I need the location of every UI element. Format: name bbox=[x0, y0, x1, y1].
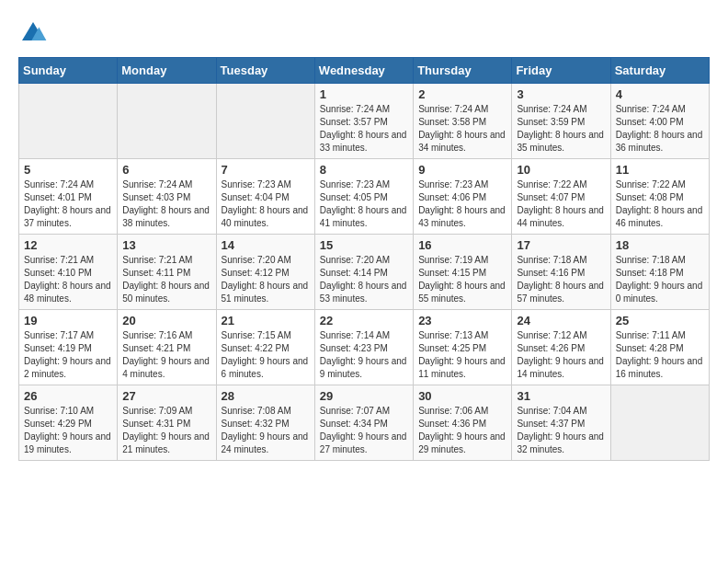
day-number: 23 bbox=[418, 314, 506, 327]
day-number: 15 bbox=[320, 238, 408, 252]
calendar-cell: 14Sunrise: 7:20 AM Sunset: 4:12 PM Dayli… bbox=[216, 235, 314, 310]
weekday-tuesday: Tuesday bbox=[216, 58, 314, 84]
day-info: Sunrise: 7:15 AM Sunset: 4:22 PM Dayligh… bbox=[222, 329, 310, 381]
calendar-cell: 11Sunrise: 7:22 AM Sunset: 4:08 PM Dayli… bbox=[610, 159, 709, 235]
calendar-cell: 15Sunrise: 7:20 AM Sunset: 4:14 PM Dayli… bbox=[314, 235, 413, 310]
calendar-cell: 26Sunrise: 7:10 AM Sunset: 4:29 PM Dayli… bbox=[19, 385, 118, 461]
day-info: Sunrise: 7:17 AM Sunset: 4:19 PM Dayligh… bbox=[24, 329, 112, 381]
day-number: 26 bbox=[24, 389, 112, 403]
calendar-cell: 7Sunrise: 7:23 AM Sunset: 4:04 PM Daylig… bbox=[216, 159, 314, 235]
day-number: 22 bbox=[320, 314, 408, 327]
day-info: Sunrise: 7:24 AM Sunset: 4:01 PM Dayligh… bbox=[24, 178, 112, 230]
day-info: Sunrise: 7:12 AM Sunset: 4:26 PM Dayligh… bbox=[517, 329, 605, 381]
day-info: Sunrise: 7:08 AM Sunset: 4:32 PM Dayligh… bbox=[222, 405, 310, 456]
calendar-cell: 10Sunrise: 7:22 AM Sunset: 4:07 PM Dayli… bbox=[512, 159, 610, 235]
calendar-cell: 28Sunrise: 7:08 AM Sunset: 4:32 PM Dayli… bbox=[216, 385, 314, 461]
day-info: Sunrise: 7:11 AM Sunset: 4:28 PM Dayligh… bbox=[616, 329, 704, 381]
weekday-sunday: Sunday bbox=[19, 58, 118, 84]
day-info: Sunrise: 7:22 AM Sunset: 4:08 PM Dayligh… bbox=[616, 178, 704, 230]
day-number: 6 bbox=[122, 163, 210, 177]
day-info: Sunrise: 7:14 AM Sunset: 4:23 PM Dayligh… bbox=[320, 329, 408, 381]
day-number: 24 bbox=[517, 314, 605, 327]
calendar-cell: 23Sunrise: 7:13 AM Sunset: 4:25 PM Dayli… bbox=[414, 310, 512, 385]
calendar-cell: 1Sunrise: 7:24 AM Sunset: 3:57 PM Daylig… bbox=[314, 84, 413, 159]
day-number: 27 bbox=[122, 389, 210, 403]
calendar-cell: 5Sunrise: 7:24 AM Sunset: 4:01 PM Daylig… bbox=[19, 159, 118, 235]
day-info: Sunrise: 7:20 AM Sunset: 4:14 PM Dayligh… bbox=[320, 254, 408, 305]
day-info: Sunrise: 7:04 AM Sunset: 4:37 PM Dayligh… bbox=[517, 405, 605, 456]
day-info: Sunrise: 7:23 AM Sunset: 4:06 PM Dayligh… bbox=[418, 178, 506, 230]
calendar-cell: 8Sunrise: 7:23 AM Sunset: 4:05 PM Daylig… bbox=[314, 159, 413, 235]
day-info: Sunrise: 7:06 AM Sunset: 4:36 PM Dayligh… bbox=[418, 405, 506, 456]
calendar-cell bbox=[118, 84, 216, 159]
calendar-cell: 2Sunrise: 7:24 AM Sunset: 3:58 PM Daylig… bbox=[414, 84, 512, 159]
day-info: Sunrise: 7:21 AM Sunset: 4:10 PM Dayligh… bbox=[24, 254, 112, 305]
calendar-header: SundayMondayTuesdayWednesdayThursdayFrid… bbox=[19, 58, 710, 84]
calendar-cell: 12Sunrise: 7:21 AM Sunset: 4:10 PM Dayli… bbox=[19, 235, 118, 310]
day-number: 19 bbox=[24, 314, 112, 327]
calendar-cell bbox=[19, 84, 118, 159]
day-number: 29 bbox=[320, 389, 408, 403]
day-info: Sunrise: 7:13 AM Sunset: 4:25 PM Dayligh… bbox=[418, 329, 506, 381]
calendar-cell: 18Sunrise: 7:18 AM Sunset: 4:18 PM Dayli… bbox=[610, 235, 709, 310]
day-number: 21 bbox=[222, 314, 310, 327]
day-number: 3 bbox=[517, 87, 605, 101]
weekday-wednesday: Wednesday bbox=[314, 58, 413, 84]
calendar-cell: 21Sunrise: 7:15 AM Sunset: 4:22 PM Dayli… bbox=[216, 310, 314, 385]
day-number: 25 bbox=[616, 314, 704, 327]
calendar-cell: 19Sunrise: 7:17 AM Sunset: 4:19 PM Dayli… bbox=[19, 310, 118, 385]
day-number: 1 bbox=[320, 87, 408, 101]
day-number: 17 bbox=[517, 238, 605, 252]
day-number: 11 bbox=[616, 163, 704, 177]
calendar-cell: 24Sunrise: 7:12 AM Sunset: 4:26 PM Dayli… bbox=[512, 310, 610, 385]
day-number: 5 bbox=[24, 163, 112, 177]
calendar-cell: 3Sunrise: 7:24 AM Sunset: 3:59 PM Daylig… bbox=[512, 84, 610, 159]
weekday-friday: Friday bbox=[512, 58, 610, 84]
day-info: Sunrise: 7:24 AM Sunset: 3:58 PM Dayligh… bbox=[418, 103, 506, 155]
day-number: 28 bbox=[222, 389, 310, 403]
calendar-cell: 20Sunrise: 7:16 AM Sunset: 4:21 PM Dayli… bbox=[118, 310, 216, 385]
day-number: 4 bbox=[616, 87, 704, 101]
calendar-cell: 9Sunrise: 7:23 AM Sunset: 4:06 PM Daylig… bbox=[414, 159, 512, 235]
day-info: Sunrise: 7:07 AM Sunset: 4:34 PM Dayligh… bbox=[320, 405, 408, 456]
logo bbox=[18, 18, 51, 48]
day-info: Sunrise: 7:24 AM Sunset: 3:57 PM Dayligh… bbox=[320, 103, 408, 155]
calendar-cell: 4Sunrise: 7:24 AM Sunset: 4:00 PM Daylig… bbox=[610, 84, 709, 159]
calendar-cell: 31Sunrise: 7:04 AM Sunset: 4:37 PM Dayli… bbox=[512, 385, 610, 461]
calendar-cell: 17Sunrise: 7:18 AM Sunset: 4:16 PM Dayli… bbox=[512, 235, 610, 310]
day-info: Sunrise: 7:21 AM Sunset: 4:11 PM Dayligh… bbox=[122, 254, 210, 305]
day-number: 20 bbox=[122, 314, 210, 327]
day-number: 13 bbox=[122, 238, 210, 252]
day-number: 7 bbox=[222, 163, 310, 177]
day-info: Sunrise: 7:23 AM Sunset: 4:04 PM Dayligh… bbox=[222, 178, 310, 230]
day-number: 2 bbox=[418, 87, 506, 101]
day-info: Sunrise: 7:24 AM Sunset: 4:00 PM Dayligh… bbox=[616, 103, 704, 155]
day-info: Sunrise: 7:23 AM Sunset: 4:05 PM Dayligh… bbox=[320, 178, 408, 230]
day-info: Sunrise: 7:24 AM Sunset: 4:03 PM Dayligh… bbox=[122, 178, 210, 230]
day-number: 14 bbox=[222, 238, 310, 252]
day-info: Sunrise: 7:24 AM Sunset: 3:59 PM Dayligh… bbox=[517, 103, 605, 155]
weekday-saturday: Saturday bbox=[610, 58, 709, 84]
calendar-cell: 16Sunrise: 7:19 AM Sunset: 4:15 PM Dayli… bbox=[414, 235, 512, 310]
day-number: 30 bbox=[418, 389, 506, 403]
weekday-thursday: Thursday bbox=[414, 58, 512, 84]
day-number: 10 bbox=[517, 163, 605, 177]
calendar-cell: 6Sunrise: 7:24 AM Sunset: 4:03 PM Daylig… bbox=[118, 159, 216, 235]
day-info: Sunrise: 7:09 AM Sunset: 4:31 PM Dayligh… bbox=[122, 405, 210, 456]
day-info: Sunrise: 7:19 AM Sunset: 4:15 PM Dayligh… bbox=[418, 254, 506, 305]
day-number: 9 bbox=[418, 163, 506, 177]
calendar-cell: 27Sunrise: 7:09 AM Sunset: 4:31 PM Dayli… bbox=[118, 385, 216, 461]
calendar-cell: 29Sunrise: 7:07 AM Sunset: 4:34 PM Dayli… bbox=[314, 385, 413, 461]
calendar-cell: 25Sunrise: 7:11 AM Sunset: 4:28 PM Dayli… bbox=[610, 310, 709, 385]
calendar-cell: 22Sunrise: 7:14 AM Sunset: 4:23 PM Dayli… bbox=[314, 310, 413, 385]
day-number: 8 bbox=[320, 163, 408, 177]
day-info: Sunrise: 7:20 AM Sunset: 4:12 PM Dayligh… bbox=[222, 254, 310, 305]
day-info: Sunrise: 7:16 AM Sunset: 4:21 PM Dayligh… bbox=[122, 329, 210, 381]
weekday-monday: Monday bbox=[118, 58, 216, 84]
calendar-cell: 30Sunrise: 7:06 AM Sunset: 4:36 PM Dayli… bbox=[414, 385, 512, 461]
day-number: 31 bbox=[517, 389, 605, 403]
day-info: Sunrise: 7:10 AM Sunset: 4:29 PM Dayligh… bbox=[24, 405, 112, 456]
page-header bbox=[18, 18, 710, 48]
day-number: 16 bbox=[418, 238, 506, 252]
day-info: Sunrise: 7:18 AM Sunset: 4:18 PM Dayligh… bbox=[616, 254, 704, 305]
